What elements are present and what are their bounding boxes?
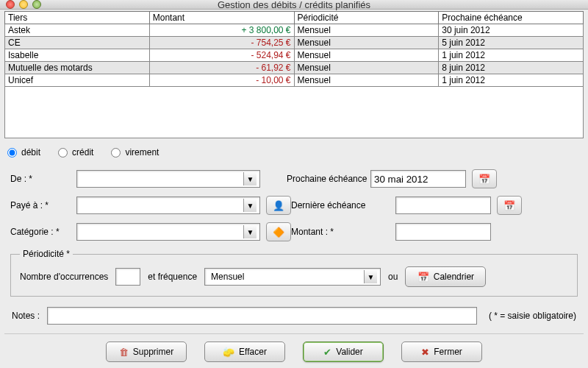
radio-credit[interactable]: crédit bbox=[58, 147, 93, 158]
label-occurrences: Nombre d'occurrences bbox=[20, 272, 108, 282]
input-prochaine-echeance[interactable] bbox=[370, 170, 466, 188]
col-echeance[interactable]: Prochaine échéance bbox=[439, 12, 584, 24]
label-notes: Notes : bbox=[12, 311, 40, 321]
category-icon: 🔶 bbox=[273, 227, 284, 238]
chevron-down-icon: ▼ bbox=[364, 270, 377, 283]
col-periodicite[interactable]: Périodicité bbox=[294, 12, 439, 24]
paye-action-button[interactable]: 👤 bbox=[266, 196, 291, 215]
valider-button[interactable]: ✔Valider bbox=[303, 342, 384, 362]
chevron-down-icon: ▼ bbox=[243, 172, 257, 185]
effacer-button[interactable]: 🧽Effacer bbox=[204, 342, 285, 362]
label-montant: Montant : * bbox=[291, 227, 395, 237]
person-icon: 👤 bbox=[273, 200, 284, 211]
label-prochaine: Prochaine échéance bbox=[260, 174, 370, 184]
titlebar: Gestion des débits / crédits planifiés bbox=[0, 0, 588, 10]
label-paye: Payé à : * bbox=[10, 200, 76, 210]
trash-icon: 🗑 bbox=[119, 347, 129, 358]
table-row[interactable]: Mutuelle des motards- 61,92 €Mensuel8 ju… bbox=[5, 62, 584, 74]
type-radio-group: débit crédit virement bbox=[4, 138, 584, 165]
window-title: Gestion des débits / crédits planifiés bbox=[0, 0, 588, 10]
eraser-icon: 🧽 bbox=[223, 347, 234, 358]
label-derniere: Dernière échéance bbox=[291, 200, 395, 210]
input-derniere-echeance[interactable] bbox=[395, 197, 491, 214]
calendar-picker-prochaine[interactable]: 📅 bbox=[472, 169, 497, 188]
table-row[interactable]: Astek+ 3 800,00 €Mensuel30 juin 2012 bbox=[5, 24, 584, 37]
radio-debit[interactable]: débit bbox=[7, 147, 40, 158]
combo-frequence[interactable]: Mensuel ▼ bbox=[204, 268, 381, 286]
categorie-action-button[interactable]: 🔶 bbox=[266, 222, 291, 241]
table-row[interactable]: Isabelle- 524,94 €Mensuel1 juin 2012 bbox=[5, 49, 584, 62]
combo-paye[interactable]: ▼ bbox=[76, 197, 260, 214]
frequence-value: Mensuel bbox=[208, 272, 244, 282]
col-montant[interactable]: Montant bbox=[149, 12, 294, 24]
scheduled-table[interactable]: Tiers Montant Périodicité Prochaine éché… bbox=[4, 11, 584, 87]
table-row[interactable]: Unicef- 10,00 €Mensuel1 juin 2012 bbox=[5, 74, 584, 87]
input-occurrences[interactable] bbox=[115, 268, 140, 286]
calendar-icon: 📅 bbox=[478, 174, 490, 185]
label-de: De : * bbox=[10, 174, 76, 184]
calendrier-button[interactable]: 📅Calendrier bbox=[405, 266, 486, 287]
col-tiers[interactable]: Tiers bbox=[5, 12, 150, 24]
table-row[interactable]: CE- 754,25 €Mensuel5 juin 2012 bbox=[5, 37, 584, 49]
periodicite-legend: Périodicité * bbox=[20, 249, 73, 259]
close-icon: ✖ bbox=[421, 347, 429, 358]
periodicite-group: Périodicité * Nombre d'occurrences et fr… bbox=[10, 249, 578, 297]
radio-virement[interactable]: virement bbox=[111, 147, 159, 158]
input-notes[interactable] bbox=[47, 307, 477, 325]
combo-de[interactable]: ▼ bbox=[76, 170, 260, 188]
table-empty-area bbox=[4, 87, 584, 138]
calendar-icon: 📅 bbox=[417, 272, 429, 283]
check-icon: ✔ bbox=[323, 347, 331, 358]
fermer-button[interactable]: ✖Fermer bbox=[401, 342, 482, 362]
label-frequence: et fréquence bbox=[148, 272, 197, 282]
chevron-down-icon: ▼ bbox=[243, 225, 257, 238]
calendar-icon: 📅 bbox=[503, 200, 515, 211]
supprimer-button[interactable]: 🗑Supprimer bbox=[106, 342, 187, 362]
mandatory-hint: ( * = saisie obligatoire) bbox=[484, 311, 576, 321]
calendar-picker-derniere[interactable]: 📅 bbox=[497, 196, 522, 215]
label-ou: ou bbox=[388, 272, 398, 282]
chevron-down-icon: ▼ bbox=[243, 199, 257, 212]
input-montant[interactable] bbox=[395, 223, 491, 241]
label-categorie: Catégorie : * bbox=[10, 227, 76, 237]
combo-categorie[interactable]: ▼ bbox=[76, 223, 260, 241]
